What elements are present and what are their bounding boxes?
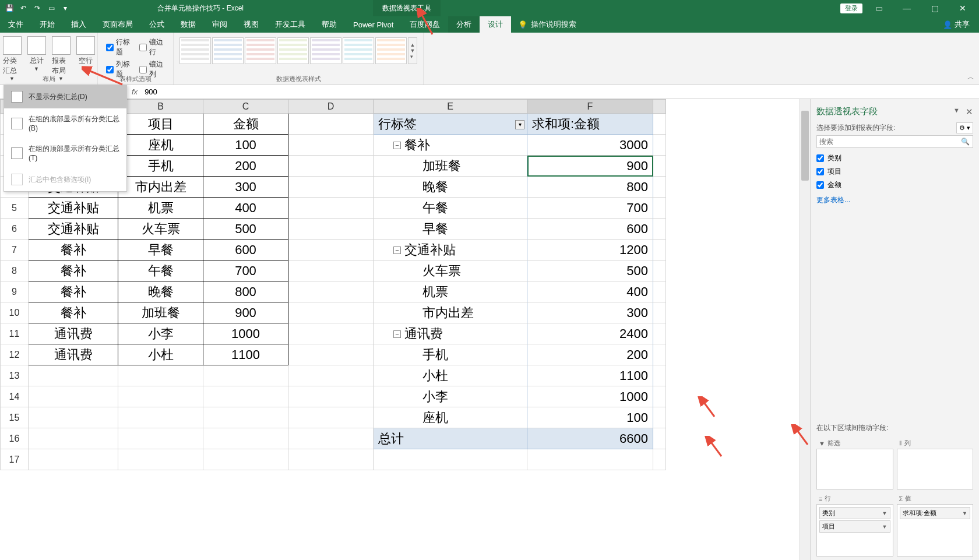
pivot-group[interactable]: −通讯费	[374, 323, 527, 344]
pivot-value[interactable]: 2400	[527, 323, 653, 344]
cell[interactable]	[288, 198, 374, 219]
cell[interactable]	[653, 365, 666, 386]
cell[interactable]: 300	[203, 177, 288, 198]
scrollbar-thumb[interactable]	[801, 111, 809, 181]
cell[interactable]	[653, 177, 666, 198]
pivot-total-value[interactable]: 6600	[527, 428, 653, 449]
tab-pagelayout[interactable]: 页面布局	[94, 16, 141, 33]
tab-data[interactable]: 数据	[172, 16, 204, 33]
pivot-value[interactable]: 600	[527, 219, 653, 240]
dd-top-subtotals[interactable]: 在组的顶部显示所有分类汇总(T)	[4, 138, 126, 168]
cell[interactable]: 市内出差	[118, 177, 203, 198]
pivot-value[interactable]: 1100	[527, 365, 653, 386]
tab-powerpivot[interactable]: Power Pivot	[345, 16, 402, 33]
pivot-item[interactable]: 手机	[374, 344, 527, 365]
col-header-extra[interactable]	[653, 100, 666, 114]
filters-area[interactable]	[816, 449, 893, 489]
col-header-b[interactable]: B	[118, 100, 203, 114]
tab-baidu[interactable]: 百度网盘	[402, 16, 448, 33]
cell[interactable]: 机票	[118, 198, 203, 219]
cell[interactable]	[374, 449, 527, 470]
style-thumb[interactable]	[179, 37, 211, 64]
row-header[interactable]: 5	[1, 198, 29, 219]
tab-insert[interactable]: 插入	[63, 16, 94, 33]
cell[interactable]	[653, 260, 666, 281]
cell[interactable]	[653, 198, 666, 219]
cell[interactable]: 手机	[118, 156, 203, 177]
dd-no-subtotals[interactable]: 不显示分类汇总(D)	[4, 85, 126, 108]
pivot-value[interactable]: 1200	[527, 240, 653, 260]
row-header[interactable]: 11	[1, 323, 29, 344]
cell[interactable]: 火车票	[118, 219, 203, 240]
cell[interactable]: 座机	[118, 135, 203, 156]
ribbon-display-icon[interactable]: ▭	[867, 3, 890, 13]
cell[interactable]: 交通补贴	[29, 219, 118, 240]
cell[interactable]: 通讯费	[29, 344, 118, 365]
cell[interactable]	[288, 114, 374, 135]
cell[interactable]	[653, 114, 666, 135]
cell[interactable]: 早餐	[118, 240, 203, 260]
pivot-value[interactable]: 500	[527, 260, 653, 281]
pivot-item[interactable]: 小李	[374, 386, 527, 407]
cell[interactable]: 餐补	[29, 302, 118, 323]
cell[interactable]	[288, 260, 374, 281]
value-chip-sum[interactable]: 求和项:金额▼	[900, 507, 971, 519]
filter-icon[interactable]: ▾	[515, 120, 524, 129]
cell[interactable]	[288, 344, 374, 365]
cell[interactable]: 加班餐	[118, 302, 203, 323]
row-header[interactable]: 14	[1, 386, 29, 407]
tab-review[interactable]: 审阅	[204, 16, 235, 33]
share-button[interactable]: 👤 共享	[934, 16, 979, 33]
pivot-value[interactable]: 800	[527, 177, 653, 198]
cell[interactable]: 餐补	[29, 260, 118, 281]
cell[interactable]	[29, 407, 118, 428]
cell[interactable]: 100	[203, 135, 288, 156]
dd-bottom-subtotals[interactable]: 在组的底部显示所有分类汇总(B)	[4, 108, 126, 138]
cell[interactable]	[203, 407, 288, 428]
cell[interactable]	[288, 240, 374, 260]
cell[interactable]	[288, 135, 374, 156]
pivot-item[interactable]: 午餐	[374, 198, 527, 219]
tab-file[interactable]: 文件	[0, 16, 31, 33]
cell[interactable]	[653, 449, 666, 470]
cell[interactable]: 晚餐	[118, 281, 203, 302]
row-chip-item[interactable]: 项目▼	[819, 520, 890, 533]
pivot-item[interactable]: 火车票	[374, 260, 527, 281]
cell[interactable]	[118, 428, 203, 449]
style-thumb[interactable]	[375, 37, 407, 64]
columns-area[interactable]	[897, 449, 974, 489]
more-tables-link[interactable]: 更多表格...	[816, 195, 973, 205]
minimize-icon[interactable]: —	[895, 3, 918, 13]
cell[interactable]: 400	[203, 198, 288, 219]
pivot-item[interactable]: 早餐	[374, 219, 527, 240]
row-chip-category[interactable]: 类别▼	[819, 507, 890, 519]
cell[interactable]	[653, 344, 666, 365]
tab-developer[interactable]: 开发工具	[267, 16, 314, 33]
row-header[interactable]: 13	[1, 365, 29, 386]
cell[interactable]: 700	[203, 260, 288, 281]
cell[interactable]: 500	[203, 219, 288, 240]
cell[interactable]	[203, 365, 288, 386]
cell[interactable]	[288, 365, 374, 386]
undo-icon[interactable]: ↶	[19, 3, 28, 13]
pivot-row-label[interactable]: 行标签▾	[374, 114, 527, 135]
tab-analyze[interactable]: 分析	[448, 16, 480, 33]
pivot-group[interactable]: −餐补	[374, 135, 527, 156]
cell[interactable]	[29, 449, 118, 470]
cell[interactable]: 200	[203, 156, 288, 177]
collapse-icon[interactable]: −	[393, 330, 401, 338]
style-thumb[interactable]	[245, 37, 276, 64]
cell[interactable]	[288, 407, 374, 428]
col-header-f[interactable]: F	[527, 100, 653, 114]
row-header[interactable]: 9	[1, 281, 29, 302]
cell[interactable]: 餐补	[29, 240, 118, 260]
style-thumb[interactable]	[310, 37, 341, 64]
cell[interactable]	[288, 449, 374, 470]
pivot-total-label[interactable]: 总计	[374, 428, 527, 449]
formula-input[interactable]: 900	[142, 87, 979, 96]
cell[interactable]: 1100	[203, 344, 288, 365]
cell[interactable]	[653, 428, 666, 449]
cell[interactable]	[29, 386, 118, 407]
gallery-more-button[interactable]: ▲▼▾	[408, 37, 417, 64]
cell[interactable]	[653, 281, 666, 302]
